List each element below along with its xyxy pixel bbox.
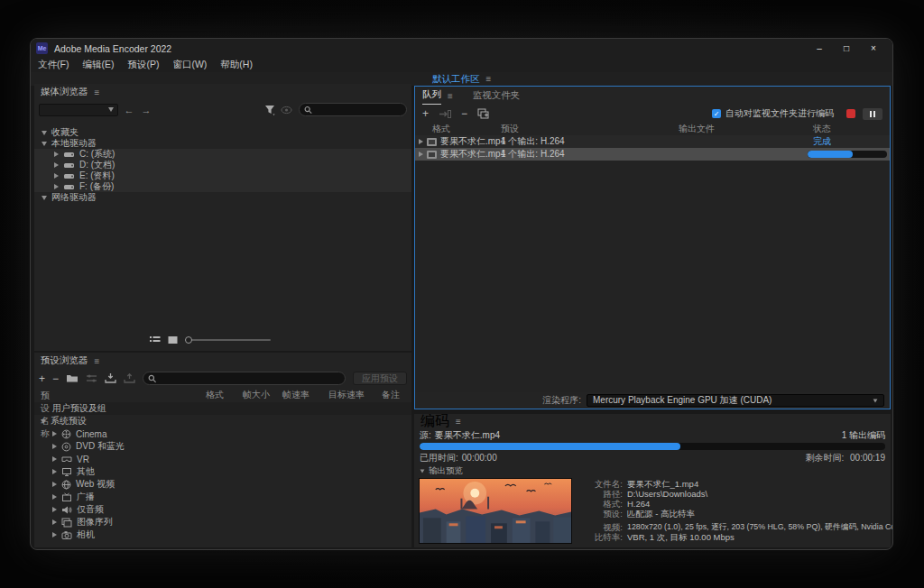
encoding-progress-bar — [420, 443, 885, 450]
title-bar[interactable]: Me Adobe Media Encoder 2022 – □ × — [31, 39, 892, 58]
row-preset: 1 个输出: H.264 — [501, 148, 679, 161]
column-format[interactable]: 格式 — [206, 389, 224, 401]
column-format[interactable]: 格式 — [415, 123, 501, 135]
field-label: 视频: — [579, 522, 623, 532]
location-dropdown[interactable] — [39, 104, 118, 116]
tree-item-network-drives[interactable]: 网络驱动器 — [34, 192, 411, 203]
import-preset-icon[interactable] — [105, 373, 116, 383]
app-logo-icon: Me — [36, 42, 48, 54]
output-preview-toggle[interactable]: 输出预览 — [419, 465, 886, 477]
queue-menu-icon[interactable]: ≡ — [448, 91, 453, 101]
preset-item-audio-only[interactable]: 仅音频 — [34, 503, 411, 516]
slider-knob[interactable] — [185, 336, 192, 344]
drive-icon — [63, 172, 75, 180]
workspace-menu-icon[interactable]: ≡ — [486, 74, 492, 84]
media-browser-menu-icon[interactable]: ≡ — [95, 87, 100, 97]
thumbnail-size-slider[interactable] — [185, 339, 271, 341]
preset-group-user[interactable]: 用户预设及组 — [34, 402, 411, 415]
preset-item-web-video[interactable]: Web 视频 — [34, 478, 411, 491]
encoding-menu-icon[interactable]: ≡ — [456, 417, 461, 427]
field-label: 文件名: — [579, 479, 623, 489]
forward-arrow-icon[interactable]: → — [140, 105, 152, 115]
desktop-background: Me Adobe Media Encoder 2022 – □ × 文件(F) … — [0, 0, 924, 588]
auto-encode-label[interactable]: 自动对监视文件夹进行编码 — [725, 107, 834, 120]
add-output-icon[interactable] — [477, 108, 490, 119]
tab-watch-folders[interactable]: 监视文件夹 — [473, 89, 521, 102]
back-arrow-icon[interactable]: ← — [123, 105, 135, 115]
vr-goggles-icon — [61, 455, 72, 464]
preset-browser-menu-icon[interactable]: ≡ — [95, 356, 100, 366]
chevron-right-icon — [52, 507, 57, 512]
preset-item-dvd-bluray[interactable]: DVD 和蓝光 — [34, 440, 411, 453]
chevron-right-icon — [52, 444, 57, 449]
preset-group-system[interactable]: 系统预设 — [34, 415, 411, 427]
queue-row-selected[interactable]: 要果不求仁.mp4 1 个输出: H.264 — [415, 148, 890, 161]
field-label: 路径: — [579, 489, 623, 499]
preset-settings-icon[interactable] — [86, 373, 97, 383]
media-search-input[interactable] — [312, 105, 402, 115]
preset-item-broadcast[interactable]: 广播 — [34, 491, 411, 503]
row-preset: 1 个输出: H.264 — [501, 135, 679, 148]
field-label: 比特率: — [579, 532, 623, 542]
menu-window[interactable]: 窗口(W) — [172, 59, 207, 71]
media-browser-title[interactable]: 媒体浏览器 — [41, 86, 88, 98]
apply-preset-button[interactable]: 应用预设 — [353, 372, 407, 385]
column-target-rate[interactable]: 目标速率 — [328, 389, 365, 401]
preset-item-others[interactable]: 其他 — [34, 465, 411, 478]
thumbnail-view-icon[interactable] — [168, 335, 178, 345]
field-value: H.264 — [627, 499, 650, 509]
preset-item-image-sequence[interactable]: 图像序列 — [34, 516, 411, 528]
column-preset[interactable]: 预设 — [501, 123, 679, 135]
workspace-tab-default[interactable]: 默认工作区 — [432, 73, 480, 86]
maximize-icon[interactable]: □ — [833, 40, 860, 57]
preset-browser-title[interactable]: 预设浏览器 — [41, 354, 88, 367]
preset-item-vr[interactable]: VR — [34, 453, 411, 465]
remaining-label: 剩余时间: — [806, 453, 845, 463]
chevron-right-icon — [54, 173, 59, 179]
preset-search-input[interactable] — [157, 373, 340, 383]
column-frame-size[interactable]: 帧大小 — [243, 389, 270, 401]
chevron-right-icon[interactable] — [419, 139, 423, 144]
export-preset-icon[interactable] — [124, 373, 135, 383]
chevron-right-icon[interactable] — [419, 152, 423, 157]
chevron-right-icon — [54, 184, 59, 189]
pause-queue-button[interactable] — [863, 108, 882, 120]
list-view-icon[interactable] — [150, 335, 161, 345]
chevron-right-icon — [52, 431, 57, 436]
encoding-progress-fill — [420, 443, 680, 450]
delete-preset-icon[interactable]: − — [52, 374, 59, 383]
auto-encode-checkbox[interactable]: ✓ — [712, 109, 721, 118]
stop-queue-button[interactable] — [846, 109, 855, 118]
renderer-label: 渲染程序: — [542, 394, 581, 407]
close-icon[interactable]: × — [860, 40, 887, 57]
create-preset-icon[interactable]: + — [39, 374, 45, 383]
menu-edit[interactable]: 编辑(E) — [82, 59, 114, 71]
renderer-dropdown[interactable]: Mercury Playback Engine GPU 加速 (CUDA) — [587, 394, 884, 407]
tab-queue[interactable]: 队列 — [422, 87, 441, 105]
column-output-file[interactable]: 输出文件 — [679, 123, 806, 135]
eye-icon[interactable] — [281, 106, 292, 115]
chevron-down-icon — [42, 142, 47, 146]
menu-help[interactable]: 帮助(H) — [220, 59, 253, 71]
column-status[interactable]: 状态 — [806, 123, 890, 135]
queue-row[interactable]: 要果不求仁.mp4 1 个输出: H.264 完成 — [415, 135, 890, 148]
new-preset-group-icon[interactable] — [66, 373, 79, 383]
menu-preset[interactable]: 预设(P) — [127, 59, 159, 71]
clip-thumbnail-icon — [427, 138, 437, 146]
filter-funnel-icon[interactable] — [264, 105, 276, 115]
preset-search-field[interactable] — [143, 372, 346, 385]
column-comment[interactable]: 备注 — [382, 389, 400, 401]
preset-item-cinema[interactable]: Cinema — [34, 427, 411, 440]
remove-source-icon[interactable]: − — [461, 109, 467, 118]
media-search-field[interactable] — [299, 103, 407, 116]
chevron-right-icon — [52, 469, 57, 474]
add-source-icon[interactable]: + — [422, 109, 429, 118]
chevron-right-icon — [52, 482, 57, 487]
menu-file[interactable]: 文件(F) — [38, 59, 69, 71]
minimize-icon[interactable]: – — [806, 40, 833, 57]
preset-item-camera[interactable]: 相机 — [34, 528, 411, 541]
column-frame-rate[interactable]: 帧速率 — [282, 389, 310, 401]
output-preview-label: 输出预览 — [429, 465, 463, 477]
duplicate-icon[interactable] — [439, 109, 451, 119]
field-value: 1280x720 (1.0), 25 fps, 逐行, 203 (75% HLG… — [627, 522, 893, 532]
